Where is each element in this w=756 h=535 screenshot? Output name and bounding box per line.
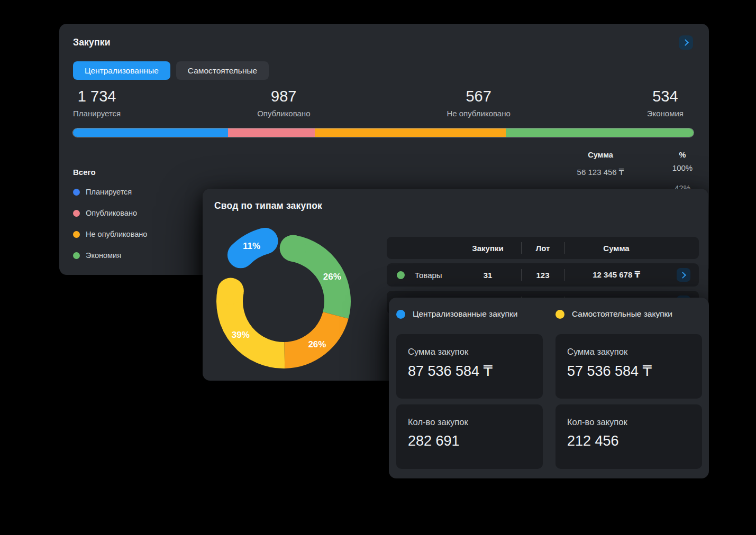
- donut-segment-label: 11%: [243, 241, 260, 251]
- dashboard: Закупки ЦентрализованныеСамостоятельные …: [0, 0, 756, 535]
- row-purchases: 31: [454, 271, 521, 280]
- procurement-progress-bar: [73, 128, 694, 137]
- stat-value: 1 734: [73, 88, 121, 105]
- stat-box-value: 87 536 584 ₸: [408, 363, 531, 380]
- progress-segment-Экономия: [506, 128, 694, 137]
- stat-value: 987: [257, 88, 310, 105]
- legend-item-3: Экономия: [73, 249, 147, 262]
- types-summary-title: Свод по типам закупок: [214, 200, 322, 211]
- donut-segment-cap: [280, 235, 306, 262]
- procurement-card-title: Закупки: [73, 37, 111, 48]
- column-divider: [564, 242, 565, 254]
- totals-card: Централизованные закупкиСамостоятельные …: [389, 298, 709, 478]
- types-donut-chart: 26%26%39%11%: [196, 214, 371, 389]
- stat-label: Экономия: [647, 109, 684, 118]
- total-label: Всего: [73, 168, 96, 177]
- stat-box-value: 212 456: [567, 433, 690, 449]
- legend-label: Планируется: [86, 188, 132, 196]
- stat-block-3: 534Экономия: [647, 88, 684, 118]
- column-divider: [564, 269, 565, 281]
- legend-label: Экономия: [86, 251, 121, 260]
- stat-box-0: Сумма закупок87 536 584 ₸: [396, 334, 543, 399]
- row-amount: 12 345 678 ₸: [564, 270, 668, 280]
- row-name-cell: Товары: [387, 271, 454, 280]
- progress-segment-Не опубликовано: [315, 128, 505, 137]
- stat-label: Планируется: [73, 109, 121, 118]
- legend-item-0: Планируется: [73, 186, 147, 198]
- totals-boxes: Сумма закупок87 536 584 ₸Сумма закупок57…: [396, 334, 702, 469]
- tab-centralized[interactable]: Централизованные: [73, 61, 170, 80]
- column-divider: [521, 269, 522, 281]
- legend-label: Самостоятельные закупки: [572, 309, 672, 319]
- donut-segment-cap: [217, 278, 244, 305]
- legend-dot: [73, 189, 80, 196]
- row-lots: 123: [521, 271, 564, 280]
- row-expand-button[interactable]: [677, 268, 690, 282]
- chevron-right-icon: [679, 272, 686, 279]
- donut-segment-label: 39%: [232, 330, 250, 340]
- summary-column-sum: Сумма: [558, 151, 643, 159]
- legend-dot: [396, 310, 405, 319]
- stat-value: 567: [447, 88, 510, 105]
- procurement-legend: ПланируетсяОпубликованоНе опубликованоЭк…: [73, 186, 147, 262]
- progress-segment-Планируется: [73, 128, 228, 137]
- table-row-0[interactable]: Товары3112312 345 678 ₸: [387, 263, 699, 287]
- legend-item-1: Опубликовано: [73, 207, 147, 219]
- legend-dot: [73, 252, 80, 259]
- legend-label: Централизованные закупки: [413, 309, 517, 319]
- row-dot: [397, 271, 405, 279]
- stat-box-label: Сумма закупок: [567, 347, 690, 357]
- stat-box-label: Кол-во закупок: [567, 417, 690, 427]
- column-divider: [521, 242, 522, 254]
- procurement-tab-bar: ЦентрализованныеСамостоятельные: [73, 61, 269, 80]
- totals-legend-item-1: Самостоятельные закупки: [555, 309, 672, 319]
- stat-box-2: Кол-во закупок282 691: [396, 404, 543, 469]
- stat-label: Не опубликовано: [447, 109, 510, 118]
- procurement-stats: 1 734Планируется987Опубликовано567Не опу…: [59, 88, 709, 118]
- procurement-expand-button[interactable]: [679, 35, 693, 50]
- legend-dot: [555, 310, 564, 319]
- header-amount: Сумма: [564, 244, 668, 253]
- legend-label: Опубликовано: [86, 209, 137, 217]
- stat-box-label: Кол-во закупок: [408, 417, 531, 427]
- summary-total-sum: 56 123 456 ₸: [558, 168, 643, 177]
- donut-segment-label: 26%: [308, 339, 326, 349]
- stat-block-2: 567Не опубликовано: [447, 88, 510, 118]
- stat-block-0: 1 734Планируется: [73, 88, 121, 118]
- totals-legend-item-0: Централизованные закупки: [396, 309, 517, 319]
- types-table-header: ЗакупкиЛотСумма: [387, 237, 699, 259]
- stat-box-1: Сумма закупок57 536 584 ₸: [555, 334, 702, 399]
- row-name-label: Товары: [415, 271, 442, 280]
- summary-column-pct: %: [661, 151, 704, 159]
- stat-box-value: 57 536 584 ₸: [567, 363, 690, 380]
- progress-segment-Опубликовано: [228, 128, 315, 137]
- donut-segment-label: 26%: [323, 272, 341, 282]
- stat-label: Опубликовано: [257, 109, 310, 118]
- legend-dot: [73, 210, 80, 217]
- legend-label: Не опубликовано: [86, 230, 147, 238]
- header-purchases: Закупки: [454, 244, 521, 253]
- legend-dot: [73, 231, 80, 238]
- stat-box-value: 282 691: [408, 433, 531, 449]
- summary-total-pct: 100%: [661, 163, 704, 172]
- stat-box-3: Кол-во закупок212 456: [555, 404, 702, 469]
- legend-item-2: Не опубликовано: [73, 228, 147, 241]
- stat-value: 534: [647, 88, 684, 105]
- header-lots: Лот: [521, 244, 564, 253]
- tab-independent[interactable]: Самостоятельные: [176, 61, 269, 80]
- chevron-right-icon: [682, 39, 689, 46]
- stat-box-label: Сумма закупок: [408, 347, 531, 357]
- stat-block-1: 987Опубликовано: [257, 88, 310, 118]
